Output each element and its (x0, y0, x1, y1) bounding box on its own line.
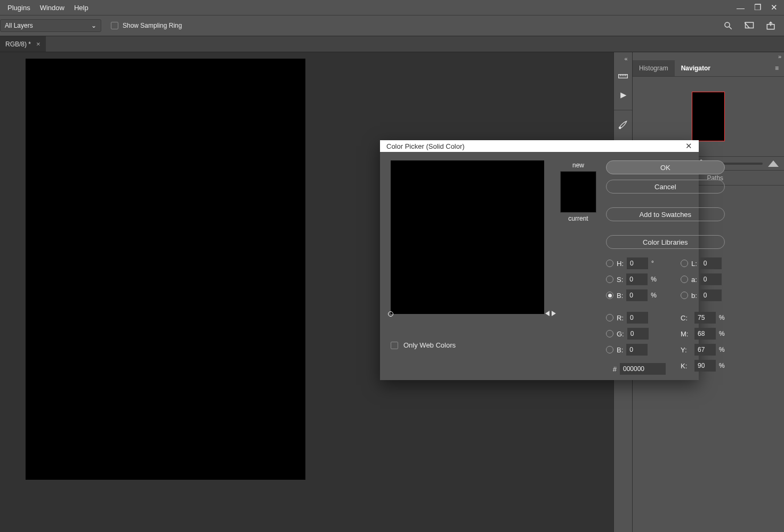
slider-arrow-left-icon (545, 311, 549, 316)
input-k[interactable] (694, 360, 716, 372)
dialog-title: Color Picker (Solid Color) (386, 142, 465, 150)
label-bv: B: (617, 292, 623, 300)
navigator-thumbnail[interactable] (692, 92, 725, 141)
label-s: S: (617, 276, 623, 284)
unit-pct-s: % (651, 276, 657, 283)
tab-navigator[interactable]: Navigator (675, 60, 717, 76)
label-m: M: (681, 330, 691, 338)
menu-bar: Plugins Window Help — ❐ ✕ (0, 0, 784, 15)
svg-line-1 (729, 27, 732, 29)
unit-pct-m: % (719, 330, 725, 337)
ruler-panel-icon[interactable] (617, 70, 629, 82)
svg-point-0 (725, 22, 730, 27)
input-s[interactable] (626, 273, 648, 285)
collapse-panels-icon[interactable]: » (633, 52, 784, 60)
expand-dock-icon[interactable]: « (620, 54, 626, 63)
radio-l[interactable] (681, 260, 688, 267)
slider-arrow-right-icon (552, 311, 556, 316)
label-r: R: (617, 314, 624, 322)
radio-s[interactable] (606, 276, 613, 283)
zoom-in-icon[interactable] (768, 160, 779, 167)
color-swatch-column: new current (557, 160, 600, 375)
document-canvas[interactable] (26, 59, 305, 480)
input-g[interactable] (627, 328, 649, 340)
label-c: C: (681, 314, 691, 322)
radio-blab[interactable] (681, 292, 688, 299)
label-g: G: (617, 330, 624, 338)
input-bc[interactable] (626, 344, 648, 356)
radio-g[interactable] (606, 330, 613, 337)
add-to-swatches-button[interactable]: Add to Swatches (606, 207, 725, 221)
label-l: L: (691, 260, 697, 268)
search-icon[interactable] (722, 20, 734, 31)
input-m[interactable] (694, 328, 716, 340)
document-tab-bar: RGB/8) * × (0, 36, 784, 52)
close-tab-icon[interactable]: × (36, 40, 41, 48)
color-libraries-button[interactable]: Color Libraries (606, 235, 725, 249)
radio-h[interactable] (606, 260, 613, 267)
color-field-cursor (388, 311, 393, 317)
menu-plugins[interactable]: Plugins (3, 2, 35, 14)
brushes-panel-icon[interactable] (617, 119, 629, 131)
radio-a[interactable] (681, 276, 688, 283)
color-field[interactable] (391, 160, 544, 314)
input-hex[interactable] (620, 363, 666, 375)
radio-bc[interactable] (606, 346, 613, 353)
checkbox-icon[interactable] (111, 22, 118, 29)
cancel-button[interactable]: Cancel (606, 180, 725, 194)
menu-window[interactable]: Window (36, 2, 69, 14)
document-tab[interactable]: RGB/8) * × (0, 36, 46, 52)
chevron-down-icon: ⌄ (91, 22, 96, 29)
unit-pct-b: % (651, 292, 657, 299)
label-k: K: (681, 362, 691, 370)
label-blab: b: (691, 292, 697, 300)
current-color-label: current (568, 215, 588, 222)
unit-pct-y: % (719, 346, 725, 353)
unit-deg: ° (651, 260, 654, 267)
share-icon[interactable] (765, 20, 777, 31)
unit-pct-k: % (719, 362, 725, 369)
ok-button[interactable]: OK (606, 160, 725, 174)
panel-menu-icon[interactable]: ≡ (775, 65, 784, 72)
unit-pct-c: % (719, 314, 725, 321)
only-web-colors-option[interactable]: Only Web Colors (391, 341, 456, 349)
label-h: H: (617, 260, 624, 268)
label-hash: # (606, 365, 617, 373)
input-c[interactable] (694, 312, 716, 324)
navigator-panel-tabs: Histogram Navigator ≡ (633, 60, 784, 77)
svg-rect-5 (619, 75, 628, 78)
sample-layers-label: All Layers (5, 22, 33, 29)
color-picker-dialog: Color Picker (Solid Color) ✕ new current… (380, 140, 699, 380)
only-web-label: Only Web Colors (403, 341, 456, 349)
label-y: Y: (681, 346, 691, 354)
dialog-close-icon[interactable]: ✕ (685, 141, 692, 151)
input-r[interactable] (627, 312, 648, 324)
input-y[interactable] (694, 344, 716, 356)
tab-histogram[interactable]: Histogram (633, 60, 675, 76)
actions-play-icon[interactable] (617, 90, 629, 101)
input-a[interactable] (700, 273, 722, 285)
input-bv[interactable] (626, 289, 648, 301)
radio-r[interactable] (606, 314, 613, 321)
input-h[interactable] (627, 257, 648, 269)
only-web-checkbox[interactable] (391, 342, 398, 349)
show-sampling-ring-label: Show Sampling Ring (123, 22, 182, 29)
svg-point-10 (619, 127, 621, 128)
window-close-icon[interactable]: ✕ (771, 3, 778, 12)
window-restore-icon[interactable]: ❐ (754, 3, 761, 12)
dialog-titlebar[interactable]: Color Picker (Solid Color) ✕ (380, 140, 699, 152)
sample-layers-dropdown[interactable]: All Layers ⌄ (0, 19, 101, 32)
options-bar: All Layers ⌄ Show Sampling Ring (0, 15, 784, 36)
new-color-label: new (572, 162, 584, 169)
document-tab-title: RGB/8) * (5, 41, 31, 48)
new-color-swatch[interactable] (561, 172, 596, 192)
input-blab[interactable] (700, 289, 722, 301)
window-minimize-icon[interactable]: — (737, 3, 745, 12)
screen-mode-icon[interactable] (743, 20, 755, 31)
input-l[interactable] (700, 257, 722, 269)
label-a: a: (691, 276, 697, 284)
menu-help[interactable]: Help (70, 2, 93, 14)
current-color-swatch[interactable] (561, 192, 596, 212)
radio-b[interactable] (606, 292, 613, 299)
show-sampling-ring-option[interactable]: Show Sampling Ring (111, 22, 182, 29)
